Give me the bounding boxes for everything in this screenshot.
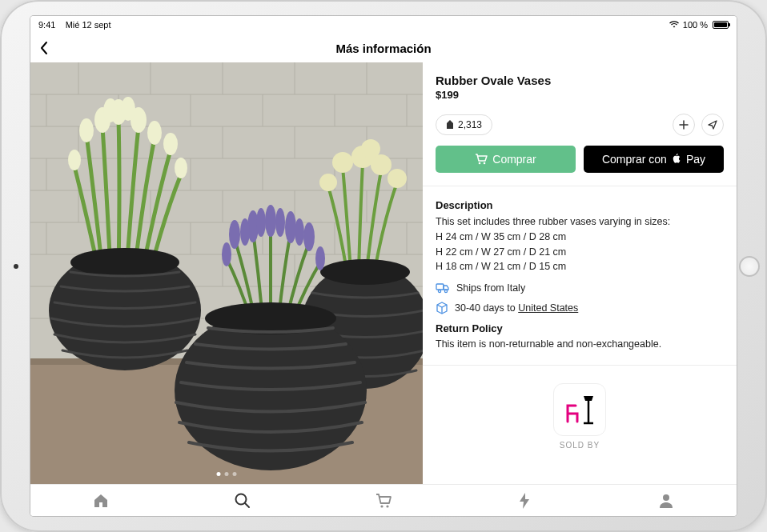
svg-point-75 xyxy=(315,246,325,270)
svg-point-91 xyxy=(380,505,383,507)
svg-point-78 xyxy=(240,218,250,246)
like-count: 2,313 xyxy=(458,119,482,130)
svg-point-55 xyxy=(68,150,81,170)
section-divider xyxy=(423,365,737,366)
svg-point-54 xyxy=(163,133,178,155)
ships-from-text: Ships from Italy xyxy=(456,282,525,294)
svg-point-49 xyxy=(79,118,94,142)
svg-rect-84 xyxy=(436,284,444,290)
cart-icon xyxy=(475,154,488,165)
svg-point-68 xyxy=(320,259,410,285)
plus-icon xyxy=(679,120,689,130)
svg-point-69 xyxy=(229,220,240,249)
svg-point-82 xyxy=(479,162,481,165)
product-image xyxy=(30,62,423,484)
svg-point-83 xyxy=(484,162,486,165)
battery-pct: 100 % xyxy=(683,20,708,30)
apple-pay-suffix: Pay xyxy=(686,153,705,166)
bolt-icon xyxy=(517,492,532,510)
svg-point-86 xyxy=(444,290,447,292)
search-icon xyxy=(234,492,251,510)
seller-card[interactable]: SOLD BY xyxy=(436,383,724,450)
tag-icon xyxy=(446,120,454,130)
tab-home[interactable] xyxy=(30,493,171,509)
svg-point-85 xyxy=(438,290,440,292)
svg-point-53 xyxy=(147,121,162,145)
dimension-line: H 18 cm / W 21 cm / D 15 cm xyxy=(436,259,724,274)
tab-profile[interactable] xyxy=(596,493,737,509)
tab-search[interactable] xyxy=(171,492,312,510)
svg-line-90 xyxy=(245,503,249,507)
eta-prefix: 30-40 days to xyxy=(455,302,518,314)
apple-pay-button[interactable]: Comprar con Pay xyxy=(584,146,724,173)
svg-point-76 xyxy=(256,208,266,237)
home-icon xyxy=(92,493,110,509)
back-button[interactable] xyxy=(38,40,50,56)
product-price: $199 xyxy=(436,89,724,101)
product-title: Rubber Ovale Vases xyxy=(436,74,724,87)
shipping-eta[interactable]: 30-40 days to United States xyxy=(455,302,578,314)
svg-point-60 xyxy=(70,248,179,277)
chevron-left-icon xyxy=(38,40,50,56)
description-intro: This set includes three rubber vases var… xyxy=(436,216,670,227)
cart-icon xyxy=(375,493,392,509)
description-heading: Description xyxy=(436,199,724,211)
share-button[interactable] xyxy=(701,114,724,136)
status-bar: 9:41 Mié 12 sept 100 % xyxy=(30,16,737,34)
tab-cart[interactable] xyxy=(313,493,454,509)
svg-point-79 xyxy=(295,218,304,246)
status-date: Mié 12 sept xyxy=(66,20,111,30)
product-details: Rubber Ovale Vases $199 2,313 xyxy=(423,62,737,484)
like-count-pill[interactable]: 2,313 xyxy=(436,114,492,135)
device-home-button[interactable] xyxy=(739,256,760,277)
truck-icon xyxy=(436,282,450,294)
package-icon xyxy=(436,302,448,314)
status-time: 9:41 xyxy=(38,20,55,30)
page-title: Más información xyxy=(335,42,431,55)
wifi-icon xyxy=(669,20,680,30)
svg-point-93 xyxy=(663,494,669,501)
person-icon xyxy=(658,493,674,509)
svg-point-72 xyxy=(285,211,296,243)
svg-point-77 xyxy=(275,208,285,237)
seller-logo xyxy=(553,383,606,436)
svg-point-64 xyxy=(388,169,407,188)
sold-by-label: SOLD BY xyxy=(560,441,600,450)
section-divider xyxy=(423,186,737,186)
device-camera xyxy=(14,264,18,269)
tab-bar xyxy=(30,484,737,516)
tab-activity[interactable] xyxy=(454,492,595,510)
product-gallery[interactable] xyxy=(30,62,423,484)
battery-icon xyxy=(713,21,729,29)
gallery-pagination[interactable] xyxy=(217,472,237,476)
nav-bar: Más información xyxy=(30,34,737,62)
add-button[interactable] xyxy=(673,114,695,136)
svg-point-66 xyxy=(361,139,380,158)
svg-point-73 xyxy=(303,222,315,251)
buy-button-label: Comprar xyxy=(492,153,536,166)
svg-point-65 xyxy=(319,174,337,191)
return-policy-heading: Return Policy xyxy=(436,322,724,334)
return-policy-body: This item is non-returnable and non-exch… xyxy=(436,337,724,352)
svg-point-71 xyxy=(265,205,276,237)
apple-pay-prefix: Comprar con xyxy=(602,153,667,166)
dimension-line: H 24 cm / W 35 cm / D 28 cm xyxy=(436,230,724,245)
eta-destination-link[interactable]: United States xyxy=(518,302,578,314)
svg-point-74 xyxy=(222,242,231,266)
send-icon xyxy=(708,120,717,130)
svg-point-58 xyxy=(103,98,118,122)
svg-point-61 xyxy=(332,152,353,173)
apple-logo-icon xyxy=(672,154,681,165)
dimension-line: H 22 cm / W 27 cm / D 21 cm xyxy=(436,245,724,260)
svg-point-92 xyxy=(386,505,388,507)
buy-button[interactable]: Comprar xyxy=(436,146,576,173)
svg-point-56 xyxy=(175,158,187,178)
svg-point-57 xyxy=(121,97,135,121)
